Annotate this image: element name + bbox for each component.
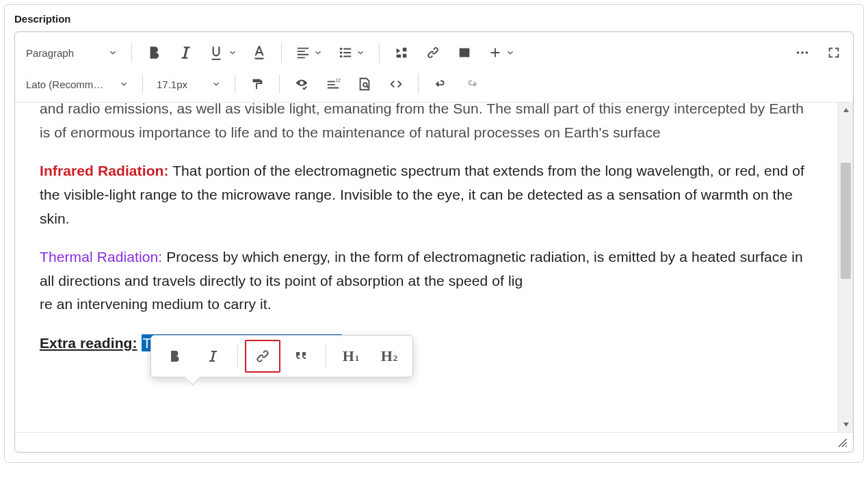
svg-point-1 (340, 51, 343, 54)
text-color-button[interactable] (246, 40, 273, 65)
inline-quote-button[interactable] (283, 340, 319, 373)
text-color-icon (250, 44, 268, 62)
svg-point-2 (340, 55, 343, 58)
thermal-heading: Thermal Radiation: (40, 249, 162, 265)
source-code-button[interactable] (382, 72, 410, 96)
italic-button[interactable] (172, 40, 199, 65)
paint-roller-icon (250, 77, 265, 92)
chevron-down-icon (108, 48, 118, 57)
svg-point-5 (801, 51, 804, 54)
redo-icon (464, 77, 479, 92)
format-painter-button[interactable] (244, 72, 271, 96)
svg-point-0 (340, 48, 343, 51)
scroll-down-button[interactable] (839, 417, 853, 432)
chevron-down-icon (211, 79, 221, 89)
separator (418, 75, 419, 94)
align-button[interactable] (290, 40, 328, 65)
infrared-heading: Infrared Radiation: (40, 163, 169, 178)
resize-grip-icon (835, 436, 849, 449)
underline-icon (207, 44, 225, 62)
accessibility-button[interactable] (288, 72, 315, 96)
separator (326, 345, 326, 368)
block-format-label: Paragraph (26, 47, 74, 59)
fullscreen-button[interactable] (820, 40, 847, 65)
thermal-body-b: re an intervening medium to carry it. (40, 296, 272, 312)
inline-format-toolbar: H1 H2 (150, 335, 413, 377)
inline-link-button[interactable] (245, 340, 280, 373)
triangle-up-icon (843, 107, 850, 113)
h1-label: H1 (343, 347, 360, 365)
underline-button[interactable] (203, 40, 241, 65)
triangle-down-icon (843, 421, 850, 428)
separator (379, 43, 380, 62)
editor-footer (15, 432, 853, 452)
field-label: Description (14, 13, 854, 25)
more-actions-button[interactable] (789, 40, 816, 65)
quote-icon (293, 348, 309, 364)
editor-toolbar: Paragraph (15, 32, 853, 103)
paragraph-partial: and radio emissions, as well as visible … (40, 103, 813, 144)
page-search-icon (357, 77, 372, 92)
separator (131, 43, 132, 62)
undo-icon (433, 77, 448, 92)
font-size-label: 17.1px (157, 79, 187, 90)
content-wrap: and radio emissions, as well as visible … (15, 103, 853, 432)
toolbar-row-2: Lato (Recommended) 17.1px 123 (21, 68, 847, 101)
vertical-scrollbar[interactable] (838, 103, 853, 432)
svg-point-3 (462, 50, 464, 52)
scroll-thumb[interactable] (841, 163, 851, 279)
block-format-select[interactable]: Paragraph (21, 40, 123, 65)
italic-icon (205, 348, 221, 364)
chevron-down-icon (505, 48, 515, 57)
separator (237, 345, 238, 368)
insert-stuff-button[interactable] (388, 40, 415, 65)
word-count-icon: 123 (326, 77, 341, 92)
chevron-down-icon (356, 48, 365, 57)
expand-icon (826, 45, 841, 60)
inline-h2-button[interactable]: H2 (371, 340, 407, 373)
chevron-down-icon (228, 48, 237, 57)
font-family-label: Lato (Recommended) (26, 79, 107, 90)
svg-point-6 (806, 51, 808, 54)
image-icon (457, 45, 472, 60)
bold-icon (166, 348, 183, 364)
link-icon (254, 348, 271, 364)
separator (235, 75, 235, 94)
inline-bold-button[interactable] (157, 340, 192, 373)
bold-button[interactable] (140, 40, 168, 65)
resize-handle[interactable] (835, 436, 849, 449)
inline-h1-button[interactable]: H1 (333, 340, 369, 373)
insert-stuff-icon (394, 45, 409, 60)
scroll-track[interactable] (839, 118, 853, 417)
insert-more-button[interactable] (482, 40, 521, 65)
eye-check-icon (294, 77, 309, 92)
separator (281, 43, 282, 62)
font-size-select[interactable]: 17.1px (151, 72, 226, 96)
image-button[interactable] (451, 40, 478, 65)
italic-icon (176, 44, 194, 62)
paragraph-infrared: Infrared Radiation: That portion of the … (40, 159, 813, 230)
chevron-down-icon (119, 79, 129, 89)
redo-button[interactable] (458, 72, 486, 96)
link-icon (425, 45, 440, 60)
code-icon (389, 77, 404, 92)
toolbar-row-1: Paragraph (21, 36, 847, 69)
align-left-icon (295, 45, 311, 60)
editor-content[interactable]: and radio emissions, as well as visible … (15, 103, 838, 432)
word-count-button[interactable]: 123 (319, 72, 347, 96)
link-button[interactable] (419, 40, 447, 65)
separator (279, 75, 280, 94)
preview-button[interactable] (351, 72, 378, 96)
font-family-select[interactable]: Lato (Recommended) (21, 72, 134, 96)
inline-italic-button[interactable] (195, 340, 231, 373)
editor-panel: Description Paragraph (4, 4, 864, 463)
scroll-up-button[interactable] (839, 103, 853, 118)
undo-button[interactable] (427, 72, 454, 96)
extra-reading-label: Extra reading: (40, 335, 137, 351)
svg-text:123: 123 (336, 78, 341, 83)
plus-icon (488, 45, 503, 60)
bold-icon (145, 44, 163, 62)
chevron-down-icon (313, 48, 323, 57)
svg-point-4 (797, 51, 800, 54)
list-button[interactable] (332, 40, 371, 65)
